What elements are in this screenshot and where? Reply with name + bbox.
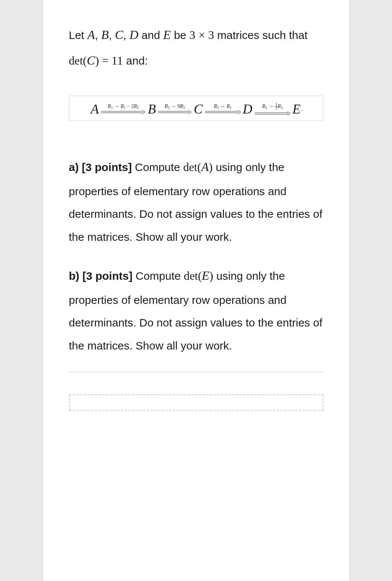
double-arrow-icon [205, 110, 241, 114]
diagram-B: B [146, 101, 157, 117]
diagram-A: A [89, 101, 100, 117]
rparen: ) [95, 54, 99, 67]
matrix-D: D [129, 28, 138, 42]
lparen: ( [83, 54, 87, 67]
det-val: 11 [112, 54, 123, 67]
answer-placeholder-box [69, 394, 323, 411]
matrix-B: B [101, 28, 109, 42]
part-b: b) [3 points] Compute det(E) using only … [69, 263, 323, 357]
double-arrow-icon [101, 110, 145, 114]
diagram-E: E [291, 101, 302, 117]
arrow-AtoB: R1 → R1 − 2R2 [101, 104, 145, 114]
double-arrow-icon [255, 112, 290, 115]
matrix-A: A [88, 28, 95, 42]
matrix-E: E [163, 28, 171, 42]
intro-be: be [174, 29, 186, 41]
part-b-det: det [184, 269, 198, 282]
equals: = [102, 54, 111, 67]
arrow-BtoC: R2 → 9R2 [158, 104, 191, 114]
problem-intro: Let A, B, C, D and E be 3 × 3 matrices s… [69, 22, 323, 73]
rparen: ) [209, 161, 213, 174]
matrix-C: C [115, 28, 123, 42]
part-a-pre: Compute [135, 161, 180, 173]
arrow-CtoD: R3 ↔ R1 [205, 104, 241, 114]
part-a-det: det [183, 161, 197, 174]
arrow-label-AtoB: R1 → R1 − 2R2 [108, 104, 139, 109]
document-page: Let A, B, C, D and E be 3 × 3 matrices s… [43, 0, 350, 581]
part-a-arg: A [201, 160, 209, 174]
arrow-DtoE: R1 → 15R3 [255, 103, 290, 115]
part-a-tag: a) [3 points] [69, 161, 132, 173]
fraction-one-fifth: 15 [275, 102, 277, 111]
double-arrow-icon [158, 110, 191, 114]
det-arg: C [87, 53, 95, 67]
intro-andcolon: and: [126, 55, 148, 67]
lparen: ( [197, 161, 201, 174]
diagram-period: . [302, 106, 303, 112]
matrix-size: 3 × 3 [190, 28, 214, 42]
rparen: ) [210, 269, 213, 282]
row-op-diagram: A R1 → R1 − 2R2 B R2 → 9R2 [69, 96, 323, 121]
section-divider [69, 372, 323, 372]
part-b-pre: Compute [135, 270, 181, 282]
lparen: ( [198, 269, 202, 282]
diagram-C: C [192, 101, 204, 117]
part-b-arg: E [202, 269, 210, 282]
arrow-label-CtoD: R3 ↔ R1 [214, 104, 232, 109]
intro-tail1: matrices such that [217, 29, 307, 41]
page-gutter: Let A, B, C, D and E be 3 × 3 matrices s… [0, 0, 392, 581]
intro-and1: and [142, 29, 160, 41]
det-fn: det [69, 54, 83, 67]
diagram-D: D [241, 101, 254, 117]
arrow-label-BtoC: R2 → 9R2 [165, 104, 185, 109]
part-a: a) [3 points] Compute det(A) using only … [69, 154, 323, 248]
intro-let: Let [69, 29, 85, 41]
arrow-label-DtoE: R1 → 15R3 [262, 103, 283, 111]
part-b-tag: b) [3 points] [69, 270, 133, 282]
